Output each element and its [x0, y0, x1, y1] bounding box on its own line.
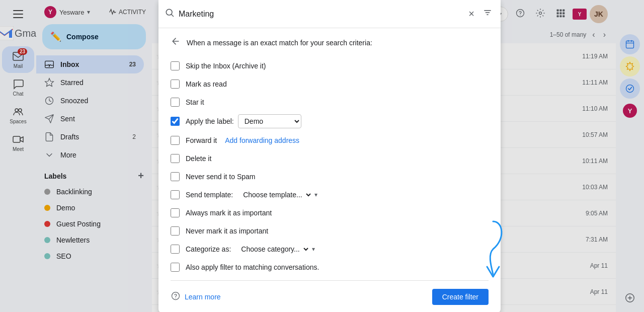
filter-row-forward-it: Forward it Add forwarding address	[171, 131, 489, 149]
filter-footer: Learn more Create filter	[171, 280, 489, 312]
filter-header-text: When a message is an exact match for you…	[187, 39, 372, 47]
search-filter-button[interactable]	[480, 6, 495, 22]
categorize-label: Categorize as:	[186, 245, 231, 253]
filter-back-button[interactable]	[171, 36, 181, 49]
always-important-label: Always mark it as important	[186, 209, 272, 217]
add-forwarding-link[interactable]: Add forwarding address	[225, 136, 299, 144]
learn-more-wrap: Learn more	[171, 291, 221, 303]
search-clear-button[interactable]: ×	[466, 6, 476, 22]
category-select-wrap: Choose category... Primary Social Promot…	[237, 244, 315, 255]
never-spam-label: Never send it to Spam	[186, 173, 256, 181]
categorize-checkbox[interactable]	[171, 245, 180, 254]
skip-inbox-label: Skip the Inbox (Archive it)	[186, 62, 266, 70]
apply-label-text: Apply the label:	[186, 117, 234, 125]
filter-row-send-template: Send template: Choose template... ▾	[171, 186, 489, 204]
never-spam-checkbox[interactable]	[171, 172, 180, 181]
star-it-checkbox[interactable]	[171, 98, 180, 107]
template-select-wrap: Choose template... ▾	[239, 189, 317, 200]
never-important-checkbox[interactable]	[171, 226, 180, 236]
category-select-dropdown[interactable]: Choose category... Primary Social Promot…	[237, 244, 310, 255]
delete-it-checkbox[interactable]	[171, 154, 180, 163]
also-apply-label: Also apply filter to matching conversati…	[186, 263, 319, 271]
search-icon	[165, 8, 175, 20]
filter-dialog: × When a message is an exact match for y…	[158, 0, 501, 312]
learn-more-link[interactable]: Learn more	[185, 293, 221, 301]
template-select-dropdown[interactable]: Choose template...	[239, 189, 312, 200]
filter-row-always-important: Always mark it as important	[171, 204, 489, 222]
forward-it-label: Forward it	[186, 136, 217, 144]
filter-row-categorize: Categorize as: Choose category... Primar…	[171, 240, 489, 258]
svg-point-11	[172, 292, 180, 299]
star-it-label: Star it	[186, 98, 204, 106]
filter-body: When a message is an exact match for you…	[158, 28, 501, 312]
filter-row-star-it: Star it	[171, 93, 489, 111]
always-important-checkbox[interactable]	[171, 208, 180, 217]
apply-label-checkbox[interactable]	[171, 117, 180, 126]
forward-it-checkbox[interactable]	[171, 136, 180, 145]
create-filter-button[interactable]: Create filter	[432, 289, 489, 305]
template-chevron: ▾	[314, 191, 317, 198]
filter-row-never-spam: Never send it to Spam	[171, 168, 489, 186]
mark-read-label: Mark as read	[186, 80, 227, 88]
never-important-label: Never mark it as important	[186, 227, 268, 235]
filter-row-apply-label: Apply the label: Demo Backlinking Guest …	[171, 111, 489, 131]
mark-read-checkbox[interactable]	[171, 80, 180, 89]
filter-row-skip-inbox: Skip the Inbox (Archive it)	[171, 57, 489, 75]
filter-header: When a message is an exact match for you…	[171, 36, 489, 49]
filter-row-never-important: Never mark it as important	[171, 222, 489, 240]
filter-row-delete-it: Delete it	[171, 149, 489, 168]
label-select-dropdown[interactable]: Demo Backlinking Guest Posting Newletter…	[238, 114, 301, 128]
send-template-checkbox[interactable]	[171, 190, 180, 199]
filter-row-mark-read: Mark as read	[171, 75, 489, 93]
also-apply-checkbox[interactable]	[171, 263, 180, 272]
skip-inbox-checkbox[interactable]	[171, 61, 180, 70]
filter-row-also-apply: Also apply filter to matching conversati…	[171, 258, 489, 276]
search-input[interactable]	[179, 10, 462, 19]
send-template-label: Send template:	[186, 191, 233, 199]
category-chevron: ▾	[312, 246, 315, 253]
delete-it-label: Delete it	[186, 154, 211, 163]
svg-point-12	[175, 297, 176, 298]
search-bar: ×	[158, 0, 501, 28]
help-circle-icon	[171, 291, 181, 303]
